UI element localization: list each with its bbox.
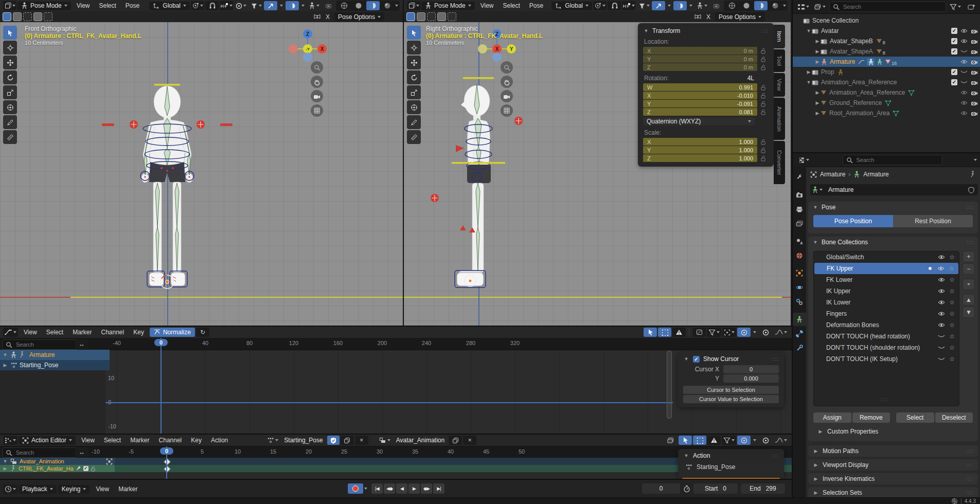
move-down-button[interactable]: ▼ <box>963 307 975 318</box>
dope-mode-dropdown[interactable]: Action Editor <box>19 436 76 445</box>
tool-rotate-icon[interactable] <box>3 70 17 84</box>
collection-visibility-icon[interactable] <box>938 255 945 260</box>
properties-editor-icon[interactable] <box>797 155 811 165</box>
transform-z-field[interactable]: Z0.081 <box>643 108 757 116</box>
dope-channel-search[interactable] <box>2 447 77 458</box>
rotation-mode-dropdown[interactable]: Quaternion (WXYZ) <box>643 117 755 125</box>
solo-star-icon[interactable]: ☆ <box>949 333 955 339</box>
lock-icon[interactable] <box>760 101 769 107</box>
pivot-point-dropdown[interactable] <box>593 1 607 10</box>
outliner-row-scene-collection[interactable]: Scene Collection <box>793 15 980 26</box>
disable-render-icon[interactable] <box>971 39 978 44</box>
panel-collapse-icon[interactable]: ▼ <box>683 356 689 362</box>
jump-to-end-button[interactable]: ▶| <box>433 483 444 494</box>
overlays-toggle[interactable] <box>673 1 687 10</box>
lock-icon[interactable] <box>760 84 769 91</box>
collection-exclude-checkbox[interactable]: ✓ <box>951 79 957 85</box>
properties-tab-scene-icon[interactable] <box>793 235 806 248</box>
menu-keying[interactable]: Keying <box>58 485 90 494</box>
action-unlink-icon[interactable]: × <box>355 436 368 445</box>
sidebar-tab-view[interactable]: View <box>774 73 785 97</box>
bone-collection-don-t-touch-head-rotation-[interactable]: DON'T TOUCH (head rotation) ☆ <box>814 331 959 342</box>
gizmos-toggle[interactable] <box>652 1 665 10</box>
mode-dropdown[interactable]: Pose Mode <box>421 2 475 10</box>
editor-type-icon[interactable] <box>3 484 17 494</box>
tool-annotate-icon[interactable] <box>3 115 17 129</box>
panel-collapse-icon[interactable]: ▼ <box>812 205 818 210</box>
collection-visibility-icon[interactable] <box>938 300 945 305</box>
bone-collection-ik-upper[interactable]: IK Upper ☆ <box>814 285 959 297</box>
hide-viewport-icon[interactable] <box>960 70 968 74</box>
outliner-search-input[interactable] <box>842 3 942 10</box>
menu-action[interactable]: Action <box>206 435 233 446</box>
current-frame-field[interactable]: 0 <box>642 483 680 494</box>
falloff-dropdown[interactable] <box>773 436 789 445</box>
tool-move-icon[interactable] <box>407 56 421 69</box>
slot-link-icon[interactable] <box>106 458 113 465</box>
channel-band[interactable] <box>0 458 792 465</box>
lock-icon[interactable] <box>760 93 769 99</box>
camera-view-icon[interactable] <box>311 90 323 102</box>
tool-scale-icon[interactable] <box>3 85 17 99</box>
menu-pose[interactable]: Pose <box>525 0 548 11</box>
solo-star-icon[interactable]: ☆ <box>949 277 955 283</box>
lock-open-icon[interactable] <box>91 466 96 472</box>
menu-channel[interactable]: Channel <box>97 327 129 338</box>
collection-exclude-checkbox[interactable]: ✓ <box>951 48 957 55</box>
snap-target-dropdown[interactable] <box>220 1 233 10</box>
select-mode-invert-icon[interactable] <box>33 12 42 21</box>
transform-orientation-dropdown[interactable]: Global <box>551 2 592 10</box>
slot-unlink-icon[interactable]: × <box>463 436 476 445</box>
pose-mirror-icon[interactable] <box>313 14 321 20</box>
properties-tab-armature-data-icon[interactable] <box>793 313 806 326</box>
disable-render-icon[interactable] <box>971 49 978 55</box>
pivot-icon[interactable] <box>759 436 772 445</box>
gizmos-toggle[interactable] <box>264 1 277 10</box>
action-slot-icon[interactable] <box>265 436 280 445</box>
action-panel-item[interactable]: Starting_Pose <box>678 461 784 473</box>
outliner-search[interactable] <box>829 2 946 12</box>
slot-icon[interactable] <box>378 436 392 445</box>
pose-overlay-dropdown[interactable] <box>307 1 320 10</box>
viewport-right-canvas[interactable]: Z Y X Right Orthographic (0) Armature : … <box>404 22 791 326</box>
assign-button[interactable]: Assign <box>813 412 851 423</box>
properties-tab-constraints-icon[interactable] <box>793 295 806 309</box>
solo-star-icon[interactable]: ☆ <box>949 311 955 317</box>
menu-select[interactable]: Select <box>42 327 68 338</box>
outliner-row-avatar[interactable]: ▼Avatar✓ <box>793 26 980 36</box>
bone-collection-fk-upper[interactable]: FK Upper ☆ <box>814 263 958 274</box>
hide-viewport-icon[interactable] <box>960 80 968 84</box>
select-mode-subtract-icon[interactable] <box>427 12 436 21</box>
cursor-x-field[interactable]: 0 <box>723 365 779 373</box>
menu-key[interactable]: Key <box>129 327 149 338</box>
properties-tab-bone-icon[interactable] <box>793 327 806 340</box>
rest-position-toggle[interactable]: Rest Position <box>893 215 973 227</box>
tool-rotate-icon[interactable] <box>407 70 421 84</box>
shading-rendered-icon[interactable] <box>381 1 394 10</box>
bone-collection-fk-lower[interactable]: FK Lower ☆ <box>814 274 959 285</box>
select-mode-extend-icon[interactable] <box>417 12 425 21</box>
tool-transform-icon[interactable] <box>3 100 17 114</box>
transform-x-field[interactable]: X1.000 <box>643 138 757 146</box>
viewport-front-canvas[interactable]: Front Orthographic (0) Armature : CTRL_F… <box>0 22 403 326</box>
shading-wireframe-icon[interactable] <box>725 1 739 10</box>
collection-exclude-checkbox[interactable]: ✓ <box>951 28 957 34</box>
shading-wireframe-icon[interactable] <box>337 1 351 10</box>
box-select-icon[interactable] <box>693 436 706 445</box>
previous-keyframe-button[interactable]: ◀◆ <box>384 483 395 494</box>
outliner-row-avatar-shapeb[interactable]: ▶Avatar_ShapeB8✓ <box>793 36 980 46</box>
transform-x-field[interactable]: X-0.010 <box>643 92 757 99</box>
custom-properties-panel[interactable]: ▶Custom Properties <box>817 428 878 435</box>
pivot-icon[interactable] <box>759 328 772 337</box>
properties-tab-bone-constraint-icon[interactable] <box>793 341 806 355</box>
hide-viewport-icon[interactable] <box>960 49 968 53</box>
panel-drag-handle[interactable]: :::: <box>761 28 769 33</box>
collection-visibility-icon[interactable] <box>938 322 945 328</box>
pivot-point-dropdown[interactable] <box>191 1 204 10</box>
shading-solid-icon[interactable] <box>740 1 753 10</box>
expand-icon[interactable]: ▼ <box>806 80 812 85</box>
outliner-filter-dropdown[interactable] <box>948 2 963 11</box>
end-frame-field[interactable]: End299 <box>741 483 785 494</box>
modifier-wrench-icon[interactable] <box>76 466 81 472</box>
move-up-button[interactable]: ▲ <box>963 294 975 305</box>
